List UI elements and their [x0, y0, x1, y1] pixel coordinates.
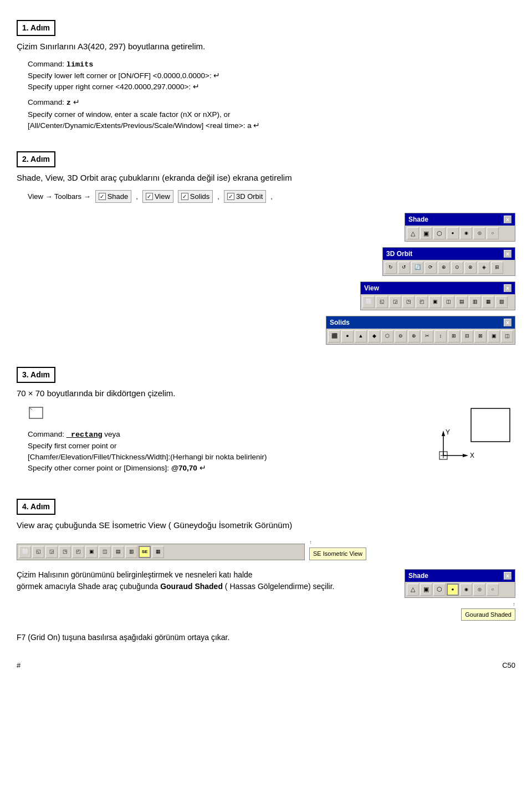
- tb-icon[interactable]: ⬛: [328, 330, 340, 342]
- tb-icon[interactable]: ⊞: [448, 330, 460, 342]
- tb-icon[interactable]: ◳: [59, 546, 71, 558]
- shade-small-close[interactable]: ×: [504, 572, 511, 580]
- tb-icon[interactable]: △: [407, 227, 419, 239]
- tb-icon[interactable]: ▦: [482, 296, 494, 308]
- tb-icon[interactable]: ⊟: [461, 330, 473, 342]
- solids-checkbox: ✓: [181, 193, 188, 200]
- tb-icon[interactable]: ○: [487, 227, 499, 239]
- view-toolbar-title: View ×: [361, 282, 515, 294]
- cmd-line2: Specify upper right corner <420.0000,297…: [28, 83, 200, 91]
- tb-icon[interactable]: ⊖: [395, 330, 407, 342]
- shade-small-content: △ ▣ ⬡ ● ◉ ◎ ○: [405, 582, 515, 597]
- cmd-line6: [Chamfer/Elevation/Fillet/Thickness/Widt…: [28, 453, 267, 461]
- tb-icon[interactable]: ▣: [488, 330, 500, 342]
- svg-text:Y: Y: [446, 428, 450, 436]
- tb-icon[interactable]: ⬡: [381, 330, 393, 342]
- tb-icon[interactable]: ▥: [469, 296, 481, 308]
- shade-toolbar-title: Shade ×: [405, 213, 515, 226]
- comma3: ,: [270, 191, 273, 202]
- page-number: C50: [502, 660, 515, 671]
- step1-title: Çizim Sınırlarını A3(420, 297) boyutları…: [17, 40, 515, 53]
- tb-icon[interactable]: ▣: [85, 546, 98, 558]
- tb-icon[interactable]: ◫: [442, 296, 454, 308]
- step1-command2: Command: z ↵ Specify corner of window, e…: [28, 97, 515, 131]
- se-isometric-badge: SE Isometric View: [309, 548, 366, 560]
- step4-title: View araç çubuğunda SE İsometric View ( …: [17, 519, 515, 532]
- tb-icon[interactable]: ◱: [32, 546, 44, 558]
- se-isometric-icon[interactable]: SE: [139, 546, 151, 558]
- tb-icon[interactable]: ▣: [420, 584, 432, 596]
- tb-icon[interactable]: ▧: [495, 296, 508, 308]
- tb-icon[interactable]: ◎: [473, 227, 485, 239]
- tb-icon[interactable]: ▲: [355, 330, 367, 342]
- cmd-line4: [All/Center/Dynamic/Extents/Previous/Sca…: [28, 121, 260, 130]
- tb-icon[interactable]: ⊙: [451, 262, 463, 274]
- step3-layout: Command: _rectang veya Specify first cor…: [17, 406, 515, 479]
- tb-icon[interactable]: ▣: [420, 227, 432, 239]
- gouraud-icon[interactable]: ●: [447, 584, 459, 596]
- tb-icon[interactable]: ↕: [434, 330, 447, 342]
- solids-close-btn[interactable]: ×: [504, 319, 511, 326]
- tb-icon[interactable]: ◈: [478, 262, 490, 274]
- tb-icon[interactable]: ▣: [429, 296, 441, 308]
- tb-icon[interactable]: ⊞: [491, 262, 503, 274]
- tb-icon[interactable]: ⬜: [362, 296, 375, 308]
- tb-icon[interactable]: ●: [341, 330, 354, 342]
- tb-icon[interactable]: ◎: [473, 584, 485, 596]
- tb-icon[interactable]: ▤: [112, 546, 124, 558]
- tb-icon[interactable]: ⬡: [433, 227, 446, 239]
- solids-toolbar-content: ⬛ ● ▲ ◆ ⬡ ⊖ ⊕ ✂ ↕ ⊞ ⊟ ⊠ ▣ ◫: [326, 329, 515, 344]
- tb-icon[interactable]: ⊕: [438, 262, 450, 274]
- shade-checkbox: ✓: [99, 193, 106, 200]
- cb-solids: ✓ Solids: [178, 190, 213, 203]
- tb-icon[interactable]: 🔄: [411, 262, 423, 274]
- tb-icon[interactable]: ●: [447, 227, 459, 239]
- cmd-line1: Specify lower left corner or [ON/OFF] <0…: [28, 71, 220, 80]
- gouraud-badge-area: ↑ Gouraud Shaded: [405, 600, 515, 621]
- tb-icon[interactable]: △: [407, 584, 419, 596]
- tb-icon[interactable]: ✂: [421, 330, 433, 342]
- tb-icon[interactable]: ◰: [72, 546, 84, 558]
- tb-icon[interactable]: ◲: [389, 296, 401, 308]
- cmd-keyword: limits: [66, 60, 94, 69]
- tb-icon[interactable]: ⬜: [19, 546, 31, 558]
- tb-icon[interactable]: ◉: [460, 584, 472, 596]
- shade-close-btn[interactable]: ×: [504, 216, 511, 223]
- tb-icon[interactable]: ◉: [460, 227, 472, 239]
- 3dorbit-toolbar-content: ↻ ↺ 🔄 ⟳ ⊕ ⊙ ⊗ ◈ ⊞: [383, 260, 515, 275]
- toolbar-boxes: Shade × △ ▣ ⬡ ● ◉ ◎ ○ 3D Orbit × ↻ ↺: [326, 213, 515, 345]
- tb-icon[interactable]: ◆: [368, 330, 380, 342]
- step3-diagram: Y X: [427, 406, 515, 478]
- shade-toolbar-small-area: Shade × △ ▣ ⬡ ● ◉ ◎ ○ ↑ Gouraud Shaded: [405, 569, 515, 621]
- tb-icon[interactable]: ▦: [152, 546, 164, 558]
- tb-icon[interactable]: ▥: [125, 546, 137, 558]
- tb-icon[interactable]: ⊕: [408, 330, 420, 342]
- svg-marker-5: [442, 431, 445, 436]
- tb-icon[interactable]: ⊠: [474, 330, 487, 342]
- cmd-label3: Command:: [28, 430, 66, 438]
- view-close-btn[interactable]: ×: [504, 284, 511, 292]
- tb-icon[interactable]: ◱: [376, 296, 388, 308]
- tb-icon[interactable]: ◲: [45, 546, 58, 558]
- svg-text:X: X: [470, 452, 474, 459]
- view-toolbar: View × ⬜ ◱ ◲ ◳ ◰ ▣ ◫ ▤ ▥ ▦ ▧: [360, 282, 515, 310]
- tb-icon[interactable]: ◫: [99, 546, 111, 558]
- tb-icon[interactable]: ⊗: [464, 262, 477, 274]
- tb-icon[interactable]: ⬡: [433, 584, 446, 596]
- shade-desc3: ( Hassas Gölgelendirme) seçilir.: [225, 582, 335, 591]
- tb-icon[interactable]: ◫: [501, 330, 513, 342]
- tb-icon[interactable]: ↺: [398, 262, 410, 274]
- step4-shade-row: Çizim Halısının görünümünü belirginleşti…: [17, 569, 515, 621]
- 3dorbit-close-btn[interactable]: ×: [504, 250, 511, 258]
- shade-bold: Gouraud Shaded: [160, 582, 225, 591]
- tb-icon[interactable]: ⟳: [424, 262, 437, 274]
- tb-icon[interactable]: ◰: [416, 296, 428, 308]
- tb-icon[interactable]: ↻: [385, 262, 397, 274]
- tb-icon[interactable]: ○: [487, 584, 499, 596]
- tb-icon[interactable]: ◳: [402, 296, 415, 308]
- tb-icon[interactable]: ▤: [456, 296, 468, 308]
- cmd-label2: Command:: [28, 98, 66, 106]
- shade-desc1: Çizim Halısının görünümünü belirginleşti…: [17, 570, 253, 579]
- svg-marker-8: [463, 454, 468, 457]
- cmd-keyword2: z: [66, 99, 71, 107]
